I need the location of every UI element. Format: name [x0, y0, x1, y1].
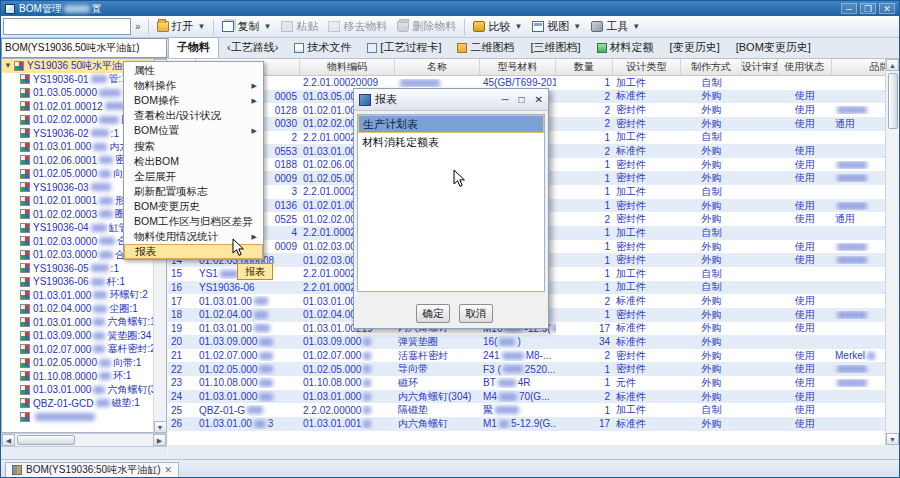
expander-icon[interactable]: ▼: [4, 61, 14, 70]
tree-item[interactable]: 01.03.01.000六角螺钉:17: [2, 316, 166, 330]
minimize-button[interactable]: ─: [841, 3, 857, 14]
cell-mk: 自制: [681, 130, 742, 144]
redacted-text: [499, 393, 517, 401]
tab-7[interactable]: 材料定额: [589, 38, 662, 58]
toolbar-button-8[interactable]: 工具▼: [586, 17, 645, 36]
toolbar-button-1[interactable]: 打开▼: [152, 17, 211, 36]
tab-2[interactable]: ‹工艺路线›: [219, 38, 286, 58]
cell-c1: YS19036-06: [196, 282, 300, 293]
column-header-8[interactable]: 制作方式: [681, 59, 742, 75]
menu-item-6[interactable]: 搜索: [124, 138, 263, 153]
menu-item-4[interactable]: 查看检出/设计状况: [124, 108, 263, 123]
menu-item-7[interactable]: 检出BOM: [124, 154, 263, 169]
scroll-down-icon[interactable]: ▼: [154, 421, 167, 433]
report-list-item-1[interactable]: 生产计划表: [358, 115, 544, 133]
table-vertical-scrollbar[interactable]: ▲ ▼: [885, 59, 899, 445]
column-header-3[interactable]: 物料编码: [300, 59, 395, 75]
tab-3[interactable]: 技术文件: [286, 38, 359, 58]
scroll-right-icon[interactable]: ▶: [153, 434, 166, 446]
tree-item[interactable]: 01.03.01.000六角螺钉(304):2: [2, 383, 166, 397]
tree-horizontal-scrollbar[interactable]: ◀ ▶: [1, 433, 167, 447]
redacted-text: [91, 264, 109, 272]
status-tab[interactable]: BOM(YS19036:50吨水平油缸) ✕: [5, 462, 179, 478]
tree-item[interactable]: 01.03.01.000环螺钉:2: [2, 289, 166, 303]
tab-1[interactable]: 子物料: [168, 37, 219, 58]
menu-item-9[interactable]: 刷新配置项标志: [124, 184, 263, 199]
dialog-close-button[interactable]: ✕: [535, 94, 543, 105]
cell-br: Merkel: [832, 350, 887, 361]
tree-item[interactable]: QBZ-01-GCD磁垫:1: [2, 397, 166, 411]
tab-8[interactable]: [变更历史]: [662, 38, 728, 58]
column-header-4[interactable]: 名称: [395, 59, 480, 75]
left-panel-filler: [1, 447, 167, 459]
menu-item-2[interactable]: 物料操作▶: [124, 78, 263, 93]
tree-item[interactable]: 01.10.08.0000环:1: [2, 370, 166, 384]
tree-item[interactable]: 01.02.05.0000向带:1: [2, 356, 166, 370]
report-list-item-2[interactable]: 材料消耗定额表: [358, 133, 544, 151]
tree-item[interactable]: 01.03.09.000簧垫圈:34: [2, 329, 166, 343]
cancel-button[interactable]: 取消: [459, 304, 493, 323]
table-row[interactable]: 2601.03.01.00301.03.01.001内六角螺钉M15-12.9(…: [168, 417, 887, 431]
bom-selector-combo[interactable]: BOM(YS19036.50吨水平油缸) ▼: [1, 38, 184, 58]
menu-item-8[interactable]: 全层展开: [124, 169, 263, 184]
ok-button[interactable]: 确定: [416, 304, 450, 323]
table-row[interactable]: 2401.03.01.00001.03.01.000内六角螺钉(304)M470…: [168, 390, 887, 404]
menu-item-11[interactable]: BOM工作区与归档区差异: [124, 214, 263, 229]
table-vscroll-thumb[interactable]: [888, 73, 898, 129]
cell-qty: 2: [556, 214, 613, 225]
table-row[interactable]: 2201.02.05.00001.02.05.000导向带F3 (2520...…: [168, 362, 887, 376]
column-header-6[interactable]: 数量: [556, 59, 613, 75]
dialog-minimize-button[interactable]: ─: [501, 94, 508, 105]
column-header-10[interactable]: 使用状态: [778, 59, 832, 75]
column-header-11[interactable]: 品牌: [832, 59, 887, 75]
bom-node-icon: [14, 61, 24, 71]
quick-search-input[interactable]: [3, 18, 131, 35]
scroll-down-icon[interactable]: ▼: [886, 433, 899, 445]
tree-item[interactable]: 01.02.07.000塞杆密封:2: [2, 343, 166, 357]
tab-label: [变更历史]: [670, 40, 720, 55]
submenu-arrow-icon: ▶: [252, 93, 257, 108]
cell-br: [832, 365, 887, 373]
dialog-maximize-button[interactable]: □: [519, 94, 525, 105]
table-row[interactable]: 2101.02.07.00001.02.07.000活塞杆密封241M8-...…: [168, 349, 887, 363]
close-button[interactable]: ✕: [879, 3, 895, 14]
redacted-text: [499, 420, 509, 428]
toolbar-button-7[interactable]: 视图▼: [527, 17, 586, 36]
tab-5[interactable]: 二维图档: [449, 38, 522, 58]
tab-4[interactable]: [工艺过程卡]: [359, 38, 449, 58]
cell-qty: 1: [556, 255, 613, 266]
tab-6[interactable]: [三维图档]: [522, 38, 588, 58]
menu-item-1[interactable]: 属性: [124, 63, 263, 78]
column-header-5[interactable]: 型号材料: [480, 59, 556, 75]
cell-st: 使用: [778, 117, 832, 131]
toolbar-button-2[interactable]: 复制▼: [217, 17, 276, 36]
tab-9[interactable]: [BOM变更历史]: [728, 38, 819, 58]
close-icon[interactable]: ✕: [165, 465, 173, 475]
menu-item-5[interactable]: BOM位置▶: [124, 123, 263, 138]
tree-item[interactable]: YS19036-06杆:1: [2, 275, 166, 289]
bom-node-icon: [20, 277, 30, 287]
scroll-left-icon[interactable]: ◀: [2, 434, 15, 446]
scroll-up-icon[interactable]: ▲: [886, 59, 899, 71]
column-header-9[interactable]: 设计审查: [742, 59, 778, 75]
toolbar-button-4: 移去物料: [323, 17, 392, 36]
menu-item-3[interactable]: BOM操作▶: [124, 93, 263, 108]
toolbar-overflow-icon[interactable]: »: [135, 21, 141, 32]
table-row[interactable]: 25QBZ-01-G2.2.02.00000隔磁垫聚1加工件自制使用: [168, 403, 887, 417]
tree-item[interactable]: 01.02.04.000尘圈:1: [2, 302, 166, 316]
dialog-title-bar[interactable]: 报表 ─ □ ✕: [354, 89, 548, 111]
cell-c1: 01.02.05.000: [196, 364, 300, 375]
tree-item[interactable]: [2, 410, 166, 424]
table-row[interactable]: 2001.03.09.00001.03.09.000弹簧垫圈16()34标准件外…: [168, 335, 887, 349]
column-header-7[interactable]: 设计类型: [613, 59, 681, 75]
cell-dt: 标准件: [613, 390, 681, 404]
toolbar-button-6[interactable]: 比较▼: [468, 17, 527, 36]
cell-c2: 2.2.02.00000: [300, 405, 395, 416]
tree-item[interactable]: YS19036-05:1: [2, 262, 166, 276]
menu-item-10[interactable]: BOM变更历史: [124, 199, 263, 214]
cell-dt: 加工件: [613, 267, 681, 281]
table-row[interactable]: 2301.10.08.00001.10.08.000磁环BT4R1元件外购使用: [168, 376, 887, 390]
redacted-text: [867, 352, 875, 360]
maximize-button[interactable]: ❐: [860, 3, 876, 14]
tree-hscroll-thumb[interactable]: [17, 435, 75, 445]
